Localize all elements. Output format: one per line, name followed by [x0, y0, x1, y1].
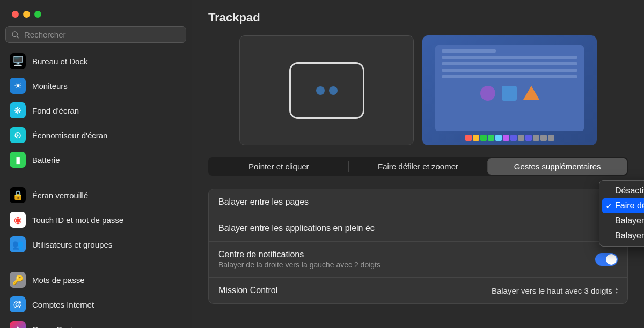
trackpad-preview — [239, 35, 414, 145]
desktop-icon: 🖥️ — [10, 53, 26, 69]
check-icon: ✓ — [605, 201, 612, 211]
flower-icon: ❋ — [10, 102, 26, 118]
setting-subtitle: Balayer de la droite vers la gauche avec… — [218, 260, 380, 269]
dropdown-option-disabled[interactable]: Désactivé — [602, 183, 644, 198]
svg-line-1 — [17, 36, 19, 38]
sidebar-item-wallpaper[interactable]: ❋ Fond d'écran — [5, 99, 186, 122]
sidebar-item-lock-screen[interactable]: 🔒 Écran verrouillé — [5, 183, 186, 207]
sidebar-item-game-center[interactable]: ✦ Game Center — [5, 317, 186, 328]
fullscreen-window-button[interactable] — [34, 11, 41, 18]
sidebar-item-desktop-dock[interactable]: 🖥️ Bureau et Dock — [5, 49, 186, 73]
sidebar-item-screensaver[interactable]: ⊛ Économiseur d'écran — [5, 123, 186, 147]
sidebar-item-label: Comptes Internet — [32, 300, 94, 309]
setting-mission-control: Mission Control Balayer vers le haut ave… — [209, 278, 627, 303]
notification-center-toggle[interactable] — [595, 253, 618, 266]
sidebar-item-label: Économiseur d'écran — [32, 131, 107, 140]
sidebar-item-displays[interactable]: ☀ Moniteurs — [5, 74, 186, 98]
atom-icon: ⊛ — [10, 127, 26, 143]
finger-dot-icon — [329, 86, 338, 95]
sidebar-item-users-groups[interactable]: 👥 Utilisateurs et groupes — [5, 233, 186, 256]
sidebar-list: 🖥️ Bureau et Dock ☀ Moniteurs ❋ Fond d'é… — [0, 47, 192, 328]
sidebar-item-internet-accounts[interactable]: @ Comptes Internet — [5, 293, 186, 316]
fingerprint-icon: ◉ — [10, 212, 26, 228]
users-icon: 👥 — [10, 236, 26, 252]
at-icon: @ — [10, 296, 26, 312]
dropdown-option-swipe-3-fingers[interactable]: Balayer avec 3 doigts — [602, 213, 644, 228]
tab-point-click[interactable]: Pointer et cliquer — [209, 158, 348, 175]
mission-control-select[interactable]: Balayer vers le haut avec 3 doigts ▴▾ — [492, 286, 618, 295]
finger-dot-icon — [316, 86, 325, 95]
sidebar-item-label: Fond d'écran — [32, 106, 79, 115]
sidebar-item-battery[interactable]: ▮ Batterie — [5, 148, 186, 172]
search-input[interactable] — [24, 30, 180, 39]
mock-dock-icon — [435, 135, 584, 141]
dropdown-option-swipe-2-or-3-fingers[interactable]: Balayer avec 2 ou 3 doigts — [602, 228, 644, 243]
minimize-window-button[interactable] — [23, 11, 30, 18]
search-box[interactable] — [5, 26, 186, 43]
swipe-pages-dropdown: Désactivé ✓ Faire défiler latéralement a… — [599, 180, 644, 247]
preview-row — [208, 35, 628, 145]
sidebar-item-label: Bureau et Dock — [32, 57, 87, 66]
dropdown-option-scroll-2-fingers[interactable]: ✓ Faire défiler latéralement avec 2 doig… — [602, 198, 644, 213]
sidebar-item-label: Batterie — [32, 155, 60, 165]
chevrons-icon: ▴▾ — [616, 287, 618, 294]
option-label: Faire défiler latéralement avec 2 doigts — [615, 201, 644, 210]
sidebar: 🖥️ Bureau et Dock ☀ Moniteurs ❋ Fond d'é… — [0, 0, 192, 328]
battery-icon: ▮ — [10, 152, 26, 168]
sidebar-item-label: Écran verrouillé — [32, 191, 88, 200]
setting-notification-center: Centre de notifications Balayer de la dr… — [209, 242, 627, 278]
select-value: Balayer vers le haut avec 3 doigts — [492, 286, 612, 295]
main-panel: Trackpad Poi — [192, 0, 644, 328]
setting-swipe-pages: Balayer entre les pages — [209, 189, 627, 215]
setting-title: Balayer entre les applications en plein … — [218, 223, 375, 233]
gamepad-icon: ✦ — [10, 321, 26, 328]
setting-swipe-apps: Balayer entre les applications en plein … — [209, 215, 627, 242]
setting-title: Mission Control — [218, 286, 277, 295]
tab-more-gestures[interactable]: Gestes supplémentaires — [488, 158, 627, 175]
screen-preview — [422, 35, 597, 145]
sidebar-item-label: Utilisateurs et groupes — [32, 240, 112, 249]
key-icon: 🔑 — [10, 272, 26, 288]
tabs: Pointer et cliquer Faire défiler et zoom… — [208, 157, 628, 176]
sidebar-item-label: Mots de passe — [32, 275, 85, 285]
sidebar-item-touch-id[interactable]: ◉ Touch ID et mot de passe — [5, 208, 186, 232]
setting-title: Centre de notifications — [218, 250, 380, 259]
sidebar-item-label: Touch ID et mot de passe — [32, 215, 123, 225]
svg-point-0 — [12, 32, 17, 36]
setting-title: Balayer entre les pages — [218, 197, 309, 207]
mock-window-icon — [435, 45, 584, 131]
sidebar-item-label: Game Center — [32, 325, 80, 329]
sidebar-item-passwords[interactable]: 🔑 Mots de passe — [5, 268, 186, 292]
sidebar-item-label: Moniteurs — [32, 81, 68, 91]
lock-icon: 🔒 — [10, 187, 26, 203]
search-icon — [11, 31, 20, 39]
tab-scroll-zoom[interactable]: Faire défiler et zoomer — [349, 158, 488, 175]
window-controls — [0, 0, 192, 24]
trackpad-icon — [289, 62, 364, 119]
close-window-button[interactable] — [12, 11, 19, 18]
settings-panel: Balayer entre les pages Balayer entre le… — [208, 189, 628, 304]
brightness-icon: ☀ — [10, 78, 26, 94]
page-title: Trackpad — [208, 11, 628, 25]
